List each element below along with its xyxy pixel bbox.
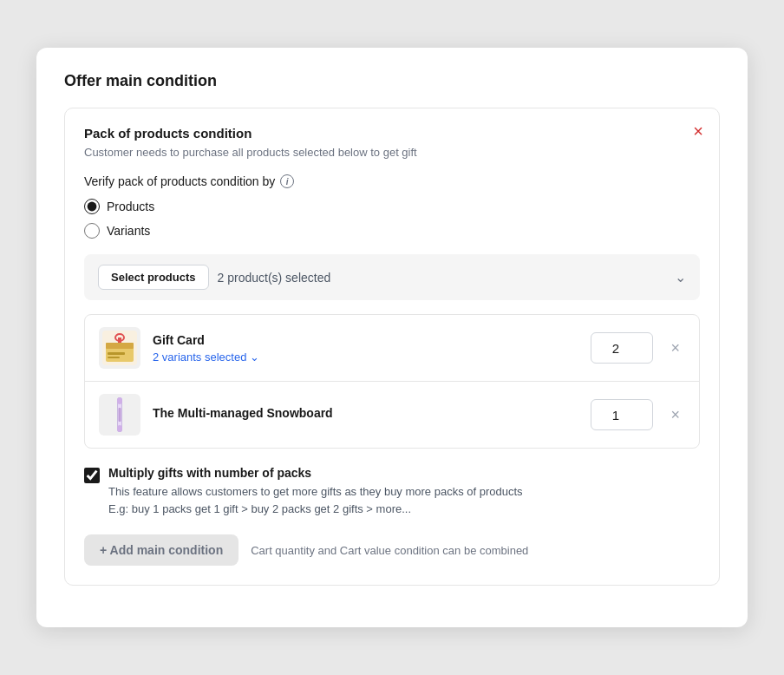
chevron-down-icon: ⌄ — [675, 269, 686, 285]
select-products-left: Select products 2 product(s) selected — [98, 265, 330, 290]
verify-label: Verify pack of products condition by i — [84, 174, 700, 188]
select-products-button[interactable]: Select products — [98, 265, 209, 290]
multiply-text: Multiply gifts with number of packs This… — [108, 466, 700, 517]
footer-row: + Add main condition Cart quantity and C… — [84, 534, 700, 566]
svg-rect-5 — [108, 352, 125, 355]
condition-card-title: Pack of products condition — [84, 126, 700, 141]
products-list: Gift Card 2 variants selected ⌄ × — [84, 314, 700, 449]
close-icon: × — [693, 122, 703, 140]
multiply-section: Multiply gifts with number of packs This… — [84, 466, 700, 517]
radio-item-products[interactable]: Products — [84, 199, 700, 214]
product-name-giftcard: Gift Card — [153, 333, 578, 347]
product-variants-giftcard[interactable]: 2 variants selected ⌄ — [153, 351, 578, 364]
select-products-row[interactable]: Select products 2 product(s) selected ⌄ — [84, 254, 700, 300]
multiply-title: Multiply gifts with number of packs — [108, 466, 700, 480]
svg-rect-2 — [106, 343, 134, 349]
radio-variants[interactable] — [84, 223, 100, 239]
radio-item-variants[interactable]: Variants — [84, 223, 700, 239]
product-row: Gift Card 2 variants selected ⌄ × — [85, 315, 699, 382]
product-name-snowboard: The Multi-managed Snowboard — [153, 406, 578, 420]
radio-group: Products Variants — [84, 199, 700, 239]
condition-card-subtitle: Customer needs to purchase all products … — [84, 146, 700, 159]
svg-point-9 — [117, 397, 122, 404]
multiply-description: This feature allows customers to get mor… — [108, 483, 700, 517]
radio-variants-label: Variants — [107, 224, 150, 238]
radio-products-label: Products — [107, 200, 154, 213]
add-condition-button[interactable]: + Add main condition — [84, 534, 238, 566]
remove-snowboard-button[interactable]: × — [665, 405, 685, 424]
product-info-snowboard: The Multi-managed Snowboard — [153, 406, 578, 423]
footer-note: Cart quantity and Cart value condition c… — [251, 544, 528, 557]
close-icon: × — [670, 339, 680, 357]
remove-giftcard-button[interactable]: × — [665, 338, 685, 357]
selected-count: 2 product(s) selected — [218, 271, 331, 285]
quantity-input-giftcard[interactable] — [591, 332, 653, 364]
info-icon: i — [280, 174, 294, 188]
quantity-input-snowboard[interactable] — [591, 399, 653, 430]
close-button[interactable]: × — [693, 122, 703, 140]
svg-point-10 — [117, 425, 122, 432]
modal-title: Offer main condition — [64, 72, 720, 90]
close-icon: × — [670, 406, 680, 423]
product-image-giftcard — [99, 327, 140, 369]
svg-rect-6 — [108, 357, 120, 358]
product-image-snowboard — [99, 394, 140, 436]
chevron-down-icon: ⌄ — [250, 351, 259, 364]
modal-container: Offer main condition × Pack of products … — [36, 48, 748, 627]
product-row: The Multi-managed Snowboard × — [85, 382, 699, 448]
radio-products[interactable] — [84, 199, 100, 214]
svg-rect-11 — [119, 408, 121, 422]
condition-card: × Pack of products condition Customer ne… — [64, 108, 720, 586]
multiply-checkbox[interactable] — [84, 468, 100, 483]
product-info-giftcard: Gift Card 2 variants selected ⌄ — [153, 333, 578, 364]
